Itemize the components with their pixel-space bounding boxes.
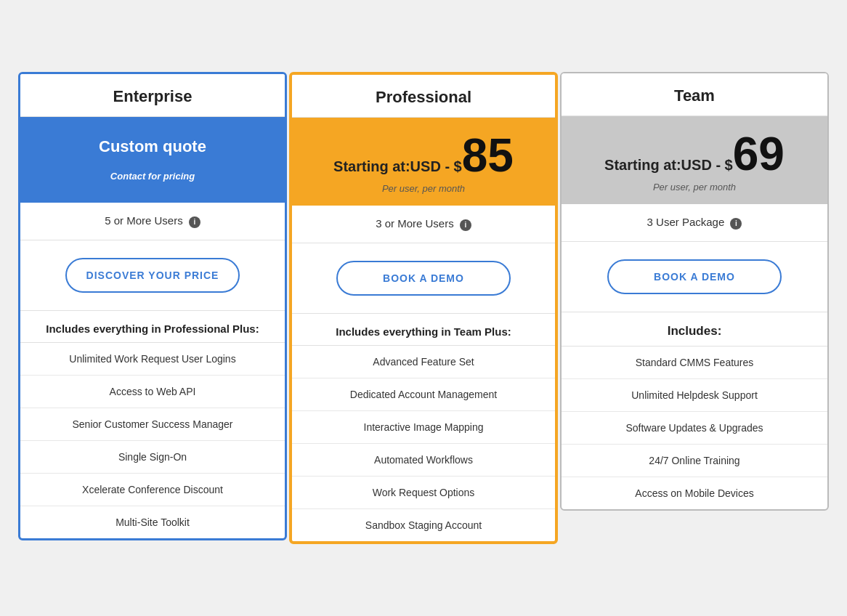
professional-features-list: Advanced Feature Set Dedicated Account M…	[292, 346, 555, 541]
team-per-user: Per user, per month	[569, 182, 820, 192]
professional-feature-4: Automated Workflows	[292, 444, 555, 477]
professional-header: Professional	[292, 75, 555, 118]
pricing-container: Enterprise Custom quote Contact for pric…	[15, 72, 832, 543]
professional-demo-button[interactable]: BOOK A DEMO	[336, 261, 511, 296]
professional-starting-text: Starting at:USD - $	[333, 158, 462, 174]
enterprise-discover-button[interactable]: DISCOVER YOUR PRICE	[65, 258, 240, 293]
team-users-info-icon[interactable]: i	[730, 218, 742, 230]
team-features-list: Standard CMMS Features Unlimited Helpdes…	[562, 346, 827, 509]
team-feature-3: Software Updates & Upgrades	[562, 412, 827, 445]
enterprise-feature-6: Multi-Site Toolkit	[20, 506, 285, 538]
enterprise-price-section: Custom quote Contact for pricing	[20, 117, 285, 203]
enterprise-title: Enterprise	[28, 87, 277, 106]
professional-price-section: Starting at:USD - $85 Per user, per mont…	[292, 118, 555, 206]
enterprise-contact: Contact for pricing	[110, 171, 195, 182]
professional-price-num: 85	[462, 129, 514, 182]
enterprise-includes-section: Includes everything in Professional Plus…	[20, 311, 285, 343]
enterprise-feature-3: Senior Customer Success Manager	[20, 408, 285, 441]
professional-feature-5: Work Request Options	[292, 477, 555, 509]
team-feature-4: 24/7 Online Training	[562, 445, 827, 477]
team-includes-label: Includes:	[569, 324, 820, 339]
enterprise-custom-quote: Custom quote	[28, 137, 277, 156]
enterprise-feature-4: Single Sign-On	[20, 441, 285, 474]
professional-feature-6: Sandbox Staging Account	[292, 509, 555, 541]
enterprise-feature-1: Unlimited Work Request User Logins	[20, 343, 285, 376]
enterprise-features-list: Unlimited Work Request User Logins Acces…	[20, 343, 285, 538]
professional-includes-section: Includes everything in Team Plus:	[292, 314, 555, 346]
team-includes-section: Includes:	[562, 312, 827, 346]
enterprise-feature-5: Xcelerate Conference Discount	[20, 474, 285, 506]
professional-includes-label: Includes everything in Team Plus:	[299, 325, 548, 338]
team-feature-1: Standard CMMS Features	[562, 346, 827, 379]
team-demo-button[interactable]: BOOK A DEMO	[607, 259, 782, 294]
enterprise-header: Enterprise	[20, 74, 285, 117]
team-card: Team Starting at:USD - $69 Per user, per…	[560, 72, 829, 510]
team-feature-2: Unlimited Helpdesk Support	[562, 379, 827, 412]
team-title: Team	[569, 86, 820, 105]
professional-per-user: Per user, per month	[299, 183, 548, 194]
team-price-num: 69	[733, 128, 785, 180]
enterprise-feature-2: Access to Web API	[20, 376, 285, 408]
professional-card: Professional Starting at:USD - $85 Per u…	[289, 72, 558, 543]
professional-users: 3 or More Users i	[292, 206, 555, 243]
team-feature-5: Access on Mobile Devices	[562, 477, 827, 509]
team-header: Team	[562, 73, 827, 116]
professional-feature-2: Dedicated Account Management	[292, 378, 555, 411]
team-users: 3 User Package i	[562, 204, 827, 241]
enterprise-users-info-icon[interactable]: i	[189, 216, 200, 228]
team-price-section: Starting at:USD - $69 Per user, per mont…	[562, 116, 827, 204]
professional-title: Professional	[299, 88, 548, 107]
enterprise-card: Enterprise Custom quote Contact for pric…	[18, 72, 287, 540]
enterprise-includes-label: Includes everything in Professional Plus…	[28, 323, 277, 335]
enterprise-users: 5 or More Users i	[20, 203, 285, 240]
team-starting-text: Starting at:USD - $	[604, 157, 733, 173]
professional-feature-1: Advanced Feature Set	[292, 346, 555, 378]
professional-feature-3: Interactive Image Mapping	[292, 411, 555, 444]
professional-users-info-icon[interactable]: i	[460, 219, 471, 231]
